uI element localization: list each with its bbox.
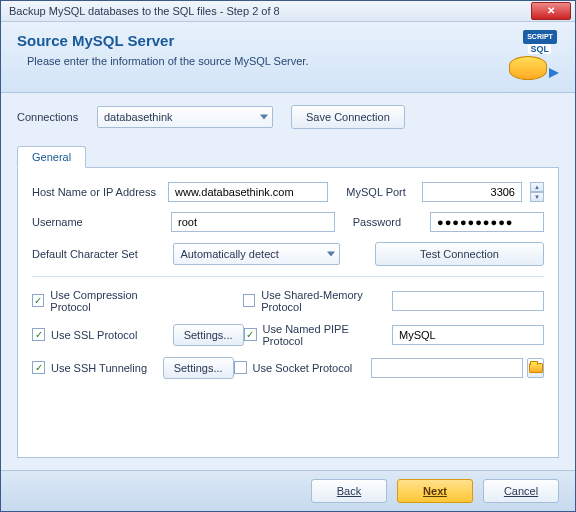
window-title: Backup MySQL databases to the SQL files … [9, 5, 280, 17]
charset-combo[interactable]: Automatically detect [173, 243, 339, 265]
password-input[interactable] [430, 212, 544, 232]
named-pipe-label: Use Named PIPE Protocol [263, 323, 392, 347]
save-connection-button[interactable]: Save Connection [291, 105, 405, 129]
ssl-checkbox[interactable]: ✓ [32, 328, 45, 341]
host-label: Host Name or IP Address [32, 186, 160, 198]
test-connection-button[interactable]: Test Connection [375, 242, 544, 266]
close-icon: ✕ [547, 5, 555, 16]
named-pipe-checkbox[interactable]: ✓ [244, 328, 257, 341]
page-subtitle: Please enter the information of the sour… [27, 55, 308, 67]
chevron-down-icon [260, 114, 268, 119]
page-title: Source MySQL Server [17, 32, 308, 49]
socket-browse-button[interactable] [527, 358, 544, 378]
username-input[interactable] [171, 212, 335, 232]
username-label: Username [32, 216, 163, 228]
wizard-window: Backup MySQL databases to the SQL files … [0, 0, 576, 512]
ssl-settings-button[interactable]: Settings... [173, 324, 244, 346]
named-pipe-input[interactable] [392, 325, 544, 345]
shared-memory-input[interactable] [392, 291, 544, 311]
tabbar: General [17, 145, 559, 168]
wizard-header: Source MySQL Server Please enter the inf… [1, 22, 575, 93]
cancel-button[interactable]: Cancel [483, 479, 559, 503]
compression-label: Use Compression Protocol [50, 289, 173, 313]
tab-general[interactable]: General [17, 146, 86, 168]
port-spin-down[interactable]: ▼ [530, 192, 544, 202]
compression-checkbox[interactable]: ✓ [32, 294, 44, 307]
connections-label: Connections [17, 111, 97, 123]
connections-combo[interactable]: databasethink [97, 106, 273, 128]
sql-script-icon: SCRIPT SQL [507, 32, 559, 84]
shared-memory-label: Use Shared-Memory Protocol [261, 289, 392, 313]
titlebar: Backup MySQL databases to the SQL files … [1, 1, 575, 22]
host-input[interactable] [168, 182, 328, 202]
ssh-checkbox[interactable]: ✓ [32, 361, 45, 374]
port-input[interactable] [422, 182, 522, 202]
ssh-settings-button[interactable]: Settings... [163, 357, 234, 379]
socket-input[interactable] [371, 358, 523, 378]
general-panel: Host Name or IP Address MySQL Port ▲ ▼ U… [17, 168, 559, 458]
next-button[interactable]: Next [397, 479, 473, 503]
socket-label: Use Socket Protocol [253, 362, 353, 374]
wizard-footer: Back Next Cancel [1, 470, 575, 511]
chevron-down-icon [327, 251, 335, 256]
wizard-body: Connections databasethink Save Connectio… [1, 93, 575, 470]
back-button[interactable]: Back [311, 479, 387, 503]
port-spin-up[interactable]: ▲ [530, 182, 544, 192]
charset-label: Default Character Set [32, 248, 165, 260]
shared-memory-checkbox[interactable] [243, 294, 255, 307]
ssh-label: Use SSH Tunneling [51, 362, 147, 374]
close-button[interactable]: ✕ [531, 2, 571, 20]
port-label: MySQL Port [346, 186, 414, 198]
ssl-label: Use SSL Protocol [51, 329, 137, 341]
socket-checkbox[interactable] [234, 361, 247, 374]
folder-icon [529, 363, 543, 373]
separator [32, 276, 544, 277]
password-label: Password [353, 216, 422, 228]
